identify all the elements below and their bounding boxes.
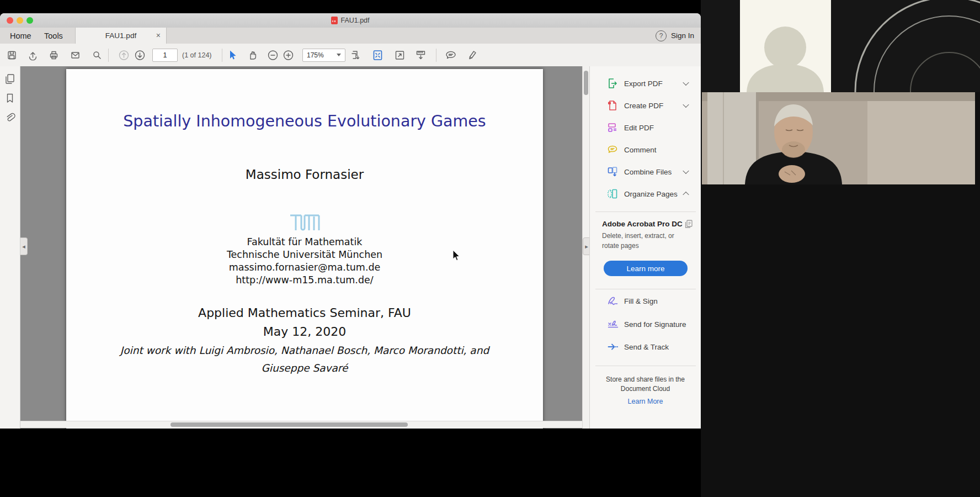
pdf-file-icon <box>331 17 338 24</box>
document-canvas: Spatially Inhomogeneous Evolutionary Gam… <box>20 66 582 429</box>
pdf-page[interactable]: Spatially Inhomogeneous Evolutionary Gam… <box>66 69 543 429</box>
document-cloud-learn-more-link[interactable]: Learn More <box>590 398 701 405</box>
fit-page-icon[interactable] <box>372 49 384 61</box>
toolbar-divider <box>222 49 222 62</box>
navigation-sidebar <box>0 66 20 429</box>
promo-description-line1: Delete, insert, extract, or <box>602 232 674 240</box>
vertical-scrollbar-thumb[interactable] <box>584 71 588 95</box>
search-icon[interactable] <box>92 50 102 60</box>
toolbar-divider <box>436 49 436 62</box>
tab-bar: Home Tools FAU1.pdf × ? Sign In <box>0 28 701 44</box>
share-upload-icon[interactable] <box>28 50 38 60</box>
slide-joint-work-2: Giuseppe Savaré <box>66 362 543 374</box>
main-toolbar: (1 of 124) 175% <box>0 44 701 67</box>
sign-in-button[interactable]: Sign In <box>671 28 694 44</box>
page-number-input[interactable] <box>152 49 178 62</box>
zoom-level-value: 175% <box>307 51 324 59</box>
mouse-cursor <box>452 250 461 262</box>
help-icon[interactable]: ? <box>656 30 667 41</box>
slide-url: http://www-m15.ma.tum.de/ <box>66 274 543 285</box>
organize-pages-icon <box>606 188 619 200</box>
tab-document[interactable]: FAU1.pdf × <box>75 28 167 44</box>
slide-affiliation-2: Technische Universität München <box>66 249 543 260</box>
horizontal-scrollbar-thumb[interactable] <box>171 422 408 427</box>
tab-close-icon[interactable]: × <box>156 30 161 40</box>
panel-divider <box>595 212 696 212</box>
attachments-icon[interactable] <box>4 112 16 124</box>
learn-more-button[interactable]: Learn more <box>604 261 688 276</box>
promo-description-line2: rotate pages <box>602 242 639 250</box>
select-tool-icon[interactable] <box>227 50 238 60</box>
page-count-label: (1 of 124) <box>182 51 212 59</box>
tab-tools[interactable]: Tools <box>44 28 63 44</box>
panel-divider <box>595 289 696 289</box>
tab-document-label: FAU1.pdf <box>105 31 136 40</box>
panel-item-fill-sign[interactable]: Fill & Sign <box>590 293 701 309</box>
avatar-silhouette-icon <box>740 0 831 92</box>
measure-tool-icon[interactable] <box>415 49 427 61</box>
webcam-column: ACADEMIA · SCIENTIARVM <box>701 0 980 497</box>
chevron-icon[interactable] <box>683 80 689 86</box>
document-cloud-text-line1: Store and share files in the <box>590 376 701 383</box>
hand-tool-icon[interactable] <box>247 50 258 60</box>
slide-title: Spatially Inhomogeneous Evolutionary Gam… <box>66 112 543 130</box>
window-titlebar: FAU1.pdf <box>0 13 701 28</box>
panel-item-export-pdf[interactable]: Export PDF <box>590 75 701 92</box>
slide-seminar: Applied Mathematics Seminar, FAU <box>66 306 543 320</box>
toolbar-divider <box>108 49 109 62</box>
zoom-in-icon[interactable] <box>283 49 294 61</box>
document-cloud-text-line2: Document Cloud <box>590 385 701 393</box>
webcam-background <box>701 0 740 92</box>
panel-item-send-for-signature[interactable]: Send for Signature <box>590 316 701 332</box>
university-seal: ACADEMIA · SCIENTIARVM <box>831 0 980 92</box>
save-icon[interactable] <box>7 50 17 60</box>
chevron-icon[interactable] <box>683 168 689 174</box>
window-title: FAU1.pdf <box>0 13 701 28</box>
comment-tool-icon[interactable] <box>445 49 457 61</box>
horizontal-scrollbar[interactable] <box>20 421 582 428</box>
print-icon[interactable] <box>49 50 59 60</box>
panel-item-create-pdf[interactable]: Create PDF <box>590 97 701 114</box>
export-pdf-icon <box>606 77 619 89</box>
bookmarks-icon[interactable] <box>4 92 16 104</box>
slide-author: Massimo Fornasier <box>66 167 543 182</box>
email-icon[interactable] <box>70 50 81 60</box>
panel-item-comment[interactable]: Comment <box>590 141 701 158</box>
send-for-signature-icon <box>606 318 620 330</box>
chevron-down-icon <box>337 54 341 56</box>
next-page-icon[interactable] <box>134 49 146 61</box>
tum-logo <box>66 214 543 234</box>
page-thumbnails-icon[interactable] <box>4 73 16 85</box>
panel-item-edit-pdf[interactable]: Edit PDF <box>590 119 701 136</box>
page-scrolling-icon[interactable] <box>350 49 361 61</box>
slide-joint-work-1: Joint work with Luigi Ambrosio, Nathanae… <box>66 345 543 356</box>
tab-home[interactable]: Home <box>10 28 31 44</box>
send-track-icon <box>606 341 620 353</box>
screen: FAU1.pdf Home Tools FAU1.pdf × ? Sign In <box>0 0 980 497</box>
fill-sign-icon <box>606 295 620 307</box>
chevron-icon[interactable] <box>683 192 689 198</box>
panel-item-organize-pages[interactable]: Organize Pages <box>590 186 701 202</box>
slide-email: massimo.fornasier@ma.tum.de <box>66 262 543 273</box>
comment-icon <box>606 144 619 156</box>
previous-page-icon[interactable] <box>118 49 130 61</box>
create-pdf-icon <box>606 99 619 112</box>
slide-date: May 12, 2020 <box>66 325 543 339</box>
combine-files-icon <box>606 166 619 178</box>
promo-title: Adobe Acrobat Pro DC <box>602 220 683 228</box>
highlighter-tool-icon[interactable] <box>467 49 478 61</box>
chevron-icon[interactable] <box>683 102 689 108</box>
fullscreen-icon[interactable] <box>394 49 406 61</box>
zoom-level-dropdown[interactable]: 175% <box>302 49 345 62</box>
tools-panel: Export PDF Create PDF Edit PDF <box>589 66 701 429</box>
slide-affiliation-1: Fakultät für Mathematik <box>66 236 543 247</box>
window-title-text: FAU1.pdf <box>340 17 369 24</box>
panel-divider <box>595 366 696 366</box>
acrobat-window: FAU1.pdf Home Tools FAU1.pdf × ? Sign In <box>0 13 701 429</box>
rotate-pages-icon <box>684 219 694 229</box>
presenter-video <box>702 92 975 184</box>
panel-item-send-track[interactable]: Send & Track <box>590 339 701 355</box>
zoom-out-icon[interactable] <box>267 49 279 61</box>
panel-item-combine-files[interactable]: Combine Files <box>590 163 701 180</box>
collapse-sidebar-arrow[interactable]: ◂ <box>20 237 28 255</box>
